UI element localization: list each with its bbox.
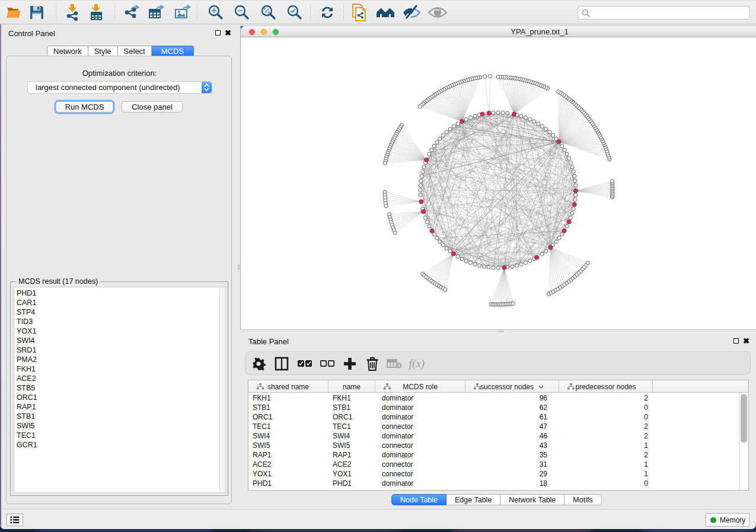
float-panel-icon[interactable] [215,30,221,36]
table-settings-icon[interactable] [249,354,269,373]
table-row[interactable]: TEC1TEC1connector472 [248,422,748,431]
import-table-icon[interactable] [86,3,106,22]
column-header-shared-name[interactable]: shared name [248,380,328,393]
refresh-icon[interactable] [317,3,337,22]
zoom-out-icon[interactable] [231,3,251,22]
table-row[interactable]: SWI5SWI5connector431 [248,441,748,450]
mcds-result-item[interactable]: PHD1 [17,289,37,298]
mcds-result-item[interactable]: TEC1 [17,431,37,440]
table-panel-tabs: Node TableEdge TableNetwork TableMotifs [391,494,602,505]
mcds-result-item[interactable]: PMA2 [17,355,37,364]
table-row[interactable]: ORC1ORC1dominator610 [248,412,748,422]
table-scrollbar[interactable] [739,393,748,490]
table-cell: 1 [559,469,653,479]
zoom-fit-icon[interactable] [258,3,278,22]
network-canvas[interactable] [240,37,756,330]
column-header-successor-nodes[interactable]: successor nodes [465,380,559,393]
search-input[interactable] [590,7,749,19]
criterion-select[interactable]: largest connected component (undirected) [27,81,212,94]
export-network-icon[interactable] [122,3,142,22]
table-row[interactable]: STB1STB1dominator620 [248,403,748,412]
run-mcds-button[interactable]: Run MCDS [56,101,113,113]
close-panel-icon[interactable]: ✖ [743,338,749,344]
add-column-icon[interactable] [340,354,360,373]
close-window-icon[interactable] [249,29,255,35]
tab-style[interactable]: Style [88,46,118,56]
tab-network-table[interactable]: Network Table [500,494,564,505]
save-session-icon[interactable] [27,3,47,22]
zoom-selected-icon[interactable] [284,3,304,22]
function-builder-icon[interactable]: f(x) [407,354,427,373]
close-panel-button[interactable]: Close panel [122,101,183,113]
table-row[interactable]: SWI4SWI4dominator462 [248,431,748,441]
deselect-all-icon[interactable] [317,354,337,373]
table-cell: 35 [465,450,559,460]
task-history-button[interactable] [7,514,23,526]
minimize-window-icon[interactable] [261,29,267,35]
table-row[interactable]: PHD1PHD1dominator180 [248,479,748,488]
table-cell: STB1 [328,403,375,412]
hide-selected-icon[interactable] [401,3,422,22]
copy-style-icon[interactable] [349,3,369,22]
mcds-result-item[interactable]: STB1 [17,412,37,421]
search-box[interactable] [578,6,750,20]
network-window-titlebar[interactable]: YPA_prune.txt_1 [240,25,756,37]
table-panel: Table Panel ✖ [238,332,756,509]
table-cell: 47 [465,422,559,431]
mcds-result-item[interactable]: CAR1 [17,298,37,307]
tab-mcds[interactable]: MCDS [152,46,194,56]
vertical-splitter-handle[interactable] [238,265,241,270]
table-cell: 29 [465,469,559,479]
memory-button[interactable]: Memory [706,513,749,527]
table-cell: ACE2 [248,460,328,469]
delete-column-icon[interactable] [362,354,382,373]
table-cell: FKH1 [328,393,375,403]
export-image-icon[interactable] [173,3,193,22]
import-network-icon[interactable] [62,3,82,22]
open-session-icon[interactable] [4,3,24,22]
table-scrollbar-thumb[interactable] [741,394,747,443]
mcds-result-item[interactable]: ACE2 [17,374,37,383]
table-row[interactable]: RAP1RAP1dominator352 [248,450,748,460]
mcds-result-item[interactable]: YOX1 [17,326,37,336]
show-columns-icon[interactable] [272,354,292,373]
table-cell: YOX1 [248,469,328,479]
tab-motifs[interactable]: Motifs [564,494,601,505]
mcds-result-item[interactable]: RAP1 [17,402,37,412]
delete-table-icon[interactable] [384,354,404,373]
zoom-in-icon[interactable] [205,3,225,22]
table-cell: 62 [465,403,559,412]
table-cell: 96 [465,393,559,403]
column-header-predecessor-nodes[interactable]: predecessor nodes [559,380,653,393]
mcds-result-item[interactable]: ORC1 [17,393,37,402]
mcds-result-item[interactable]: TID3 [17,317,37,326]
mcds-result-list[interactable]: PHD1CAR1STP4TID3YOX1SWI4SRD1PMA2FKH1ACE2… [14,287,226,493]
table-row[interactable]: ACE2ACE2connector311 [248,460,748,469]
table-row[interactable]: FKH1FKH1dominator962 [248,393,748,403]
show-all-icon[interactable] [428,3,448,22]
mcds-result-item[interactable]: STP4 [17,307,37,317]
select-all-icon[interactable] [295,354,315,373]
mcds-result-item[interactable]: SRD1 [17,345,37,355]
export-table-icon[interactable] [146,3,167,22]
mcds-result-item[interactable]: FKH1 [17,364,37,374]
mcds-result-item[interactable]: STB5 [17,383,37,393]
tab-node-table[interactable]: Node Table [391,494,446,505]
column-header-MCDS-role[interactable]: MCDS role [375,380,465,393]
mcds-result-title: MCDS result (17 nodes) [16,277,100,286]
tab-edge-table[interactable]: Edge Table [446,494,500,505]
first-neighbors-icon[interactable] [375,3,395,22]
mcds-list-scrollbar[interactable] [219,287,225,492]
tab-select[interactable]: Select [118,46,152,56]
maximize-window-icon[interactable] [273,29,279,35]
column-header-name[interactable]: name [328,380,375,393]
table-cell: 2 [559,431,653,441]
mcds-result-item[interactable]: GCR1 [17,440,37,450]
table-cell: ORC1 [328,412,375,422]
float-panel-icon[interactable] [733,338,739,344]
table-row[interactable]: YOX1YOX1connector291 [248,469,748,479]
close-panel-icon[interactable]: ✖ [225,30,231,36]
mcds-result-item[interactable]: SWI5 [17,421,37,431]
tab-network[interactable]: Network [47,46,88,56]
mcds-result-item[interactable]: SWI4 [17,336,37,345]
